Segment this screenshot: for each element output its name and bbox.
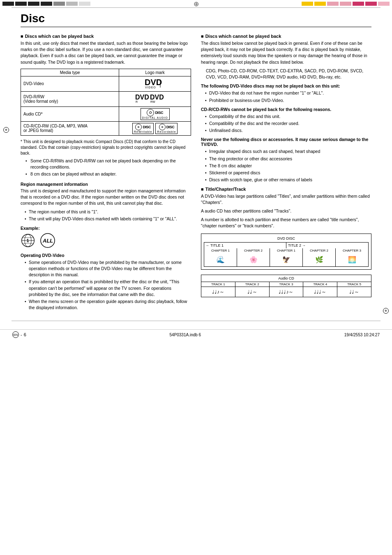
cdr-cannot-bullets: Compatibility of the disc and this unit.…	[201, 113, 371, 134]
example-label: Example:	[21, 226, 191, 231]
operating-bullets: Some operations of DVD-Video may be proh…	[21, 259, 191, 311]
operating-bullet-2: If you attempt an operation that is proh…	[25, 279, 191, 298]
logo-dvd-rrw: DVD R DVD RW	[119, 91, 191, 106]
region-bullet-2: The unit will play DVD-Video discs marke…	[25, 216, 191, 222]
svg-text:1: 1	[26, 238, 29, 243]
region-body: This unit is designed and manufactured t…	[21, 188, 191, 207]
section-never-use: Never use the following discs or accesso…	[201, 137, 371, 183]
scene-2: 🌸	[237, 253, 270, 266]
note-1: ♩♩♪～	[201, 287, 235, 297]
operating-bullet-3: When the menu screen or the operation gu…	[25, 298, 191, 311]
page-footer: EN - 6 54P0331A.indb 6 19/4/2553 10:24:2…	[0, 329, 392, 340]
dvd-disc-title: DVD DISC	[204, 236, 369, 240]
dvd-bullet-1: DVD-Video that do not have the region nu…	[205, 90, 371, 96]
dvd-bullet-2: Prohibited or business-use DVD-Video.	[205, 97, 371, 104]
operating-bullet-1: Some operations of DVD-Video may be proh…	[25, 259, 191, 278]
title-chapter-heading: Title/Chapter/Track	[201, 187, 371, 192]
chapter-3: CHAPTER 3	[336, 248, 368, 253]
title-chapter-body2: A audio CD has other partitions called "…	[201, 208, 371, 214]
cannot-play-list: CDG, Photo-CD, CD-ROM, CD-TEXT, CD-EXTRA…	[201, 68, 371, 80]
footnote-item: Some CD-R/RWs and DVD-R/RW can not be pl…	[25, 158, 191, 170]
media-dvd-video: DVD-Video	[21, 76, 119, 91]
bar-m1	[353, 2, 364, 6]
note-4: ♩♩♩～	[303, 287, 337, 297]
bar-4	[41, 2, 52, 6]
file-ref: 54P0331A.indb 6	[169, 333, 201, 337]
left-margin: ⊕	[0, 8, 12, 321]
header-right-bars	[299, 0, 392, 7]
cdr-bullet-3: Unfinalised discs.	[205, 127, 371, 134]
chapter-2b: CHAPTER 2	[303, 248, 336, 253]
svg-text:DVD: DVD	[135, 94, 149, 101]
table-row: CD-R/CD-RW (CD-DA, MP3, WMAor JPEG forma…	[21, 121, 191, 135]
section-cdr-cannot: CD-R/CD-RWs cannot be played back for th…	[201, 107, 371, 134]
table-row: DVD-Video DVD VIDEO	[21, 76, 191, 91]
right-column: Discs which cannot be played back The di…	[201, 34, 371, 312]
right-margin: ⊕	[380, 8, 392, 321]
disc-table: Media type Logo mark DVD-Video DVD V	[21, 69, 191, 136]
title-1-arrow-left: ←	[206, 243, 210, 247]
track-3-label: TRACK 3	[270, 282, 304, 287]
cannot-play-heading: Discs which cannot be played back	[201, 34, 371, 39]
media-cdr: CD-R/CD-RW (CD-DA, MP3, WMAor JPEG forma…	[21, 121, 119, 135]
footnote-1: * This unit is designed to playback musi…	[21, 139, 191, 156]
region-bullet-1: The region number of this unit is "1".	[25, 209, 191, 215]
page-dash: -	[21, 332, 22, 337]
example-area: Example: 1	[21, 226, 191, 249]
svg-text:DVD: DVD	[150, 94, 164, 101]
svg-text:RW: RW	[150, 100, 155, 103]
never-bullet-3: The 8 cm disc adapter	[205, 163, 371, 169]
page-title: Disc	[21, 12, 371, 27]
bar-p1	[327, 2, 339, 6]
never-bullet-4: Stickered or papered discs	[205, 170, 371, 176]
en-circle: EN	[12, 331, 19, 338]
chapter-1a: CHAPTER 1	[204, 248, 237, 253]
audio-cd-diagram: Audio CD TRACK 1 TRACK 2 TRACK 3 TRACK 4…	[201, 275, 371, 297]
section-title-chapter: Title/Chapter/Track A DVD-Video has larg…	[201, 187, 371, 297]
dvd-not-played-bullets: DVD-Video that do not have the region nu…	[201, 90, 371, 103]
note-3: ♩♩♩♪～	[270, 287, 304, 297]
dvd-disc-diagram: DVD DISC ← TITLE 1 TITLE 2 →	[201, 234, 371, 270]
scene-4: 🌿	[303, 253, 336, 266]
bar-y1	[302, 2, 313, 6]
bar-m2	[365, 2, 377, 6]
page-wrapper: ⊕ Disc Discs which can be played back In…	[0, 8, 392, 321]
table-row: Audio CD* DISC	[21, 106, 191, 121]
globe-1-icon: 1	[21, 233, 35, 248]
audio-notes-row: ♩♩♪～ ♩♩～ ♩♩♩♪～ ♩♩♩～ ♩♩～	[201, 287, 371, 297]
cdr-cannot-heading: CD-R/CD-RWs cannot be played back for th…	[201, 107, 371, 112]
region-heading: Region management information	[21, 182, 191, 187]
never-bullet-5: Discs with scotch tape, glue or other re…	[205, 177, 371, 183]
track-5-label: TRACK 5	[337, 282, 371, 287]
media-dvd-rrw: DVD-R/RW(Video format only)	[21, 91, 119, 106]
track-1-label: TRACK 1	[201, 282, 235, 287]
section-playback-heading: Discs which can be played back	[21, 34, 191, 39]
logo-cdr: DISC ReWritable	[119, 121, 191, 135]
scene-5: 🌅	[336, 253, 368, 266]
left-margin-circle: ⊕	[3, 127, 9, 133]
chapter-2a: CHAPTER 2	[237, 248, 270, 253]
right-margin-circle: ⊕	[383, 308, 389, 314]
header-bar: ⊕	[0, 0, 392, 7]
dvd-not-played-heading: The following DVD-Video discs may not be…	[201, 83, 371, 88]
region-bullets: The region number of this unit is "1". T…	[21, 209, 191, 222]
bar-3	[28, 2, 39, 6]
chapter-1b: CHAPTER 1	[270, 248, 303, 253]
left-column: Discs which can be played back In this u…	[21, 34, 191, 312]
svg-text:DVD: DVD	[145, 78, 162, 87]
title-1-label: TITLE 1	[210, 243, 224, 247]
svg-text:ALL: ALL	[42, 238, 53, 244]
never-bullet-1: Irregular shaped discs such as card shap…	[205, 148, 371, 155]
track-4-label: TRACK 4	[303, 282, 337, 287]
bar-2	[15, 2, 27, 6]
table-row: DVD-R/RW(Video format only) DVD R DVD RW	[21, 91, 191, 106]
all-icon: ALL	[39, 232, 56, 249]
cdr-bullet-1: Compatibility of the disc and this unit.	[205, 113, 371, 120]
bar-5	[53, 2, 65, 6]
audio-cd-title: Audio CD	[201, 275, 371, 282]
section-playback: Discs which can be played back In this u…	[21, 34, 191, 178]
logo-dvd-video: DVD VIDEO	[119, 76, 191, 91]
bar-6	[66, 2, 78, 6]
section-playback-body: In this unit, use only discs that meet t…	[21, 40, 191, 65]
cannot-play-body: The discs listed below cannot be played …	[201, 40, 371, 65]
